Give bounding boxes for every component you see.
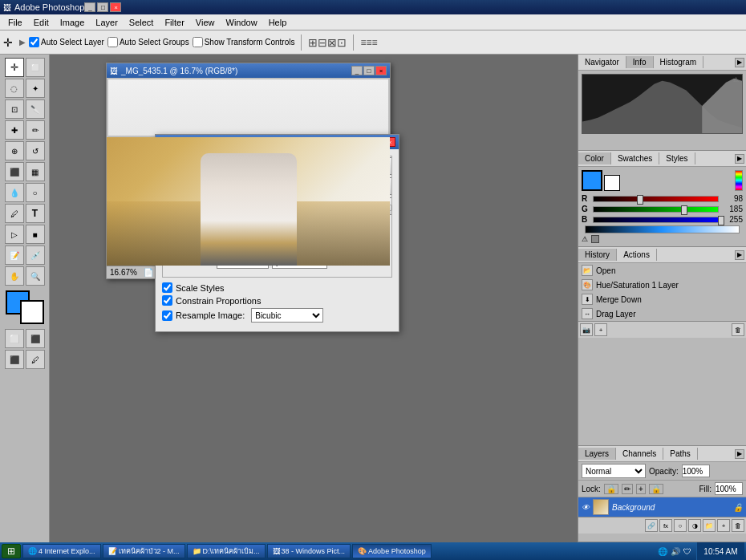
new-adjustment-btn[interactable]: ◑ <box>688 519 701 532</box>
panel-options-btn[interactable]: ▶ <box>735 58 744 67</box>
brush-tool[interactable]: ✏ <box>26 120 45 140</box>
b-thumb[interactable] <box>718 216 724 225</box>
tab-actions[interactable]: Actions <box>617 249 657 261</box>
blur-tool[interactable]: 💧 <box>5 183 24 202</box>
history-snapshot-btn[interactable]: 📷 <box>580 323 593 336</box>
add-mask-btn[interactable]: ○ <box>674 519 687 532</box>
tab-layers[interactable]: Layers <box>578 448 616 460</box>
blend-mode-select[interactable]: Normal <box>582 464 646 478</box>
lock-image-btn[interactable]: ✏ <box>622 484 633 494</box>
magic-wand-tool[interactable]: ✦ <box>26 79 45 98</box>
screen-mode-3[interactable]: ⬛ <box>5 350 24 369</box>
hand-tool[interactable]: ✋ <box>5 266 24 286</box>
maximize-button[interactable]: □ <box>97 2 108 12</box>
layer-visibility-icon[interactable]: 👁 <box>582 503 590 512</box>
path-selection-tool[interactable]: ▷ <box>5 225 24 244</box>
history-item-hue[interactable]: 🎨 Hue/Saturation 1 Layer <box>578 278 746 292</box>
menu-window[interactable]: Window <box>221 16 262 29</box>
resample-select[interactable]: Bicubic Bilinear Nearest Neighbor <box>251 308 323 323</box>
color-swatches[interactable] <box>6 290 44 324</box>
tab-swatches[interactable]: Swatches <box>611 152 659 164</box>
gamut-color-box[interactable] <box>591 235 599 243</box>
constrain-proportions-checkbox[interactable] <box>162 295 172 306</box>
new-layer-btn[interactable]: + <box>717 519 730 532</box>
crop-tool[interactable]: ⊡ <box>5 99 24 119</box>
tab-paths[interactable]: Paths <box>663 448 698 460</box>
taskbar-item-folder[interactable]: 📁 D:\เทคนิคผ้าเบิม... <box>187 544 266 558</box>
eraser-tool[interactable]: ⬛ <box>5 162 24 181</box>
menu-select[interactable]: Select <box>124 16 159 29</box>
history-brush-tool[interactable]: ↺ <box>26 141 45 160</box>
fill-input[interactable] <box>715 482 743 495</box>
screen-mode-1[interactable]: ⬜ <box>5 329 24 348</box>
history-item-open[interactable]: 📂 Open <box>578 263 746 278</box>
move-tool-icon[interactable]: ✛ <box>3 36 13 49</box>
selection-tool[interactable]: ⬜ <box>26 58 45 77</box>
taskbar-item-word[interactable]: 📝 เทคนิคผ้าบัว2 - M... <box>103 544 185 558</box>
link-layers-btn[interactable]: 🔗 <box>645 519 658 532</box>
g-thumb[interactable] <box>681 205 687 215</box>
clone-tool[interactable]: ⊕ <box>5 141 24 160</box>
menu-view[interactable]: View <box>191 16 220 29</box>
resample-image-checkbox[interactable] <box>162 310 172 321</box>
healing-tool[interactable]: ✚ <box>5 120 24 140</box>
background-layer-row[interactable]: 👁 Background 🔒 <box>578 497 746 517</box>
lock-all-btn[interactable]: 🔒 <box>649 484 663 494</box>
tab-styles[interactable]: Styles <box>659 152 695 164</box>
taskbar-item-ie[interactable]: 🌐 4 Internet Explo... <box>22 544 101 558</box>
delete-layer-btn[interactable]: 🗑 <box>732 519 744 532</box>
g-track[interactable] <box>593 206 719 213</box>
screen-mode-2[interactable]: ⬛ <box>26 329 45 348</box>
pen-tool[interactable]: 🖊 <box>5 204 24 223</box>
color-options-btn[interactable]: ▶ <box>735 154 744 164</box>
history-delete-btn[interactable]: 🗑 <box>732 323 744 336</box>
close-button[interactable]: × <box>110 2 121 12</box>
tab-channels[interactable]: Channels <box>616 448 663 460</box>
tab-info[interactable]: Info <box>626 56 654 68</box>
image-minimize-btn[interactable]: _ <box>351 66 363 75</box>
notes-tool[interactable]: 📝 <box>5 246 24 265</box>
history-item-merge[interactable]: ⬇ Merge Down <box>578 292 746 306</box>
menu-image[interactable]: Image <box>55 16 90 29</box>
move-tool[interactable]: ✛ <box>5 58 24 77</box>
gradient-tool[interactable]: ▦ <box>26 162 45 181</box>
auto-select-layer-checkbox[interactable]: Auto Select Layer <box>29 37 104 47</box>
slice-tool[interactable]: 🔪 <box>26 99 45 119</box>
auto-select-groups-checkbox[interactable]: Auto Select Groups <box>107 37 189 47</box>
lock-position-btn[interactable]: + <box>636 484 646 494</box>
zoom-tool[interactable]: 🔍 <box>26 266 45 286</box>
color-spectrum[interactable] <box>735 170 743 191</box>
color-gradient-bar[interactable] <box>585 225 740 233</box>
start-button[interactable]: ⊞ <box>2 544 21 558</box>
r-thumb[interactable] <box>637 195 643 205</box>
eyedropper-tool[interactable]: 💉 <box>26 246 45 265</box>
taskbar-item-photoshop[interactable]: 🎨 Adobe Photoshop <box>352 544 432 558</box>
tab-navigator[interactable]: Navigator <box>578 56 626 68</box>
show-transform-checkbox[interactable]: Show Transform Controls <box>193 37 295 47</box>
scale-styles-checkbox[interactable] <box>162 282 172 293</box>
history-options-btn[interactable]: ▶ <box>735 250 744 260</box>
lasso-tool[interactable]: ◌ <box>5 79 24 98</box>
image-maximize-btn[interactable]: □ <box>363 66 375 75</box>
r-track[interactable] <box>593 196 719 202</box>
opacity-input[interactable] <box>682 465 710 477</box>
edit-mode[interactable]: 🖊 <box>26 350 45 369</box>
image-close-btn[interactable]: × <box>375 66 387 75</box>
dodge-tool[interactable]: ○ <box>26 183 45 202</box>
minimize-button[interactable]: _ <box>84 2 95 12</box>
history-item-drag[interactable]: ↔ Drag Layer <box>578 306 746 321</box>
add-style-btn[interactable]: fx <box>659 519 672 532</box>
fg-color-preview[interactable] <box>582 170 602 191</box>
new-group-btn[interactable]: 📁 <box>703 519 716 532</box>
tab-history[interactable]: History <box>578 249 617 261</box>
text-tool[interactable]: T <box>26 204 45 223</box>
layers-options-btn[interactable]: ▶ <box>735 449 744 459</box>
history-new-btn[interactable]: + <box>594 323 607 336</box>
tab-color[interactable]: Color <box>578 152 611 164</box>
background-color[interactable] <box>20 300 44 324</box>
tab-histogram[interactable]: Histogram <box>654 56 704 68</box>
lock-transparency-btn[interactable]: 🔒 <box>604 484 618 494</box>
shape-tool[interactable]: ■ <box>26 225 45 244</box>
bg-color-preview[interactable] <box>604 175 620 191</box>
menu-edit[interactable]: Edit <box>29 16 54 29</box>
